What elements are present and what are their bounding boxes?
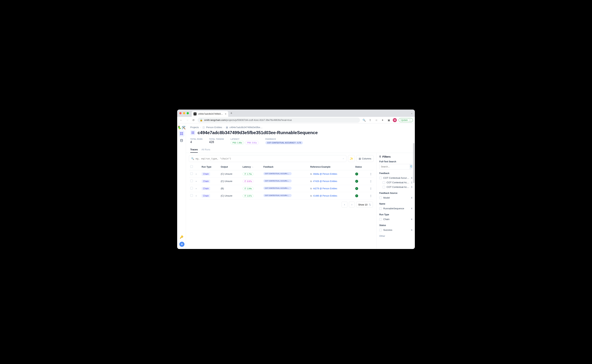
window-close-button[interactable] (179, 112, 182, 114)
col-run-type[interactable]: Run Type (200, 163, 219, 170)
grid-icon: ▦ (226, 126, 228, 129)
row-menu-icon[interactable]: ⋮ (370, 173, 372, 175)
scrollbar[interactable] (413, 143, 415, 248)
filter-item-count: 1 (411, 181, 412, 184)
reference-link[interactable]: ⧉#1486 @ Person Entities (310, 195, 337, 197)
row-menu-icon[interactable]: ⋮ (370, 194, 372, 197)
search-input[interactable] (195, 157, 341, 160)
filter-item[interactable]: COT Contextual Acc…3 (379, 185, 412, 189)
external-link-icon: ⧉ (310, 187, 312, 190)
new-tab-button[interactable]: + (230, 111, 232, 115)
filters-title: ⍢Filters (379, 155, 412, 158)
col-feedback[interactable]: Feedback (262, 163, 309, 170)
filter-item-count: 4 (411, 196, 412, 199)
columns-button[interactable]: ▥ Columns (356, 155, 374, 162)
panel-icon[interactable]: ▣ (387, 118, 391, 122)
reference-link[interactable]: ⧉#d278 @ Person Entities (310, 187, 337, 190)
filter-item[interactable]: COT Contextual Acc…1 (379, 180, 412, 185)
reference-link[interactable]: ⧉#bb8a @ Person Entities (310, 173, 337, 175)
expand-row-icon[interactable]: › (196, 194, 199, 197)
filter-item[interactable]: Chain4 (379, 217, 412, 221)
table-row[interactable]: › Chain (B) ⏱1.84s COT CONTEXTUAL ACCURA… (189, 185, 374, 192)
col-reference[interactable]: Reference Example (309, 163, 354, 170)
filter-search-input[interactable] (379, 164, 410, 169)
filter-item[interactable]: COT Contextual Accuracy4 (379, 176, 412, 180)
expand-row-icon[interactable]: › (196, 180, 199, 182)
tab-all-runs[interactable]: All Runs (202, 147, 210, 153)
col-latency[interactable]: Latency↑↓ (241, 163, 262, 170)
reload-button[interactable]: ⟳ (191, 118, 196, 122)
row-menu-icon[interactable]: ⋮ (370, 187, 372, 190)
columns-icon: ▥ (359, 157, 361, 160)
total-tokens-value: 428 (209, 141, 224, 144)
back-button[interactable]: ← (179, 118, 183, 122)
update-button[interactable]: Update⋮ (399, 118, 413, 122)
window-maximize-button[interactable] (187, 112, 189, 114)
filter-checkbox[interactable] (379, 218, 382, 221)
col-status[interactable]: Status (354, 163, 368, 170)
col-output[interactable]: Output (219, 163, 241, 170)
table-row[interactable]: › Chain (C) Unsure ⏱3.97s COT CONTEXTUAL… (189, 178, 374, 185)
filter-item[interactable]: Model4 (379, 195, 412, 200)
app-logo[interactable]: 🦜🛠️ (177, 126, 186, 130)
page-title: c494e7adc8b347499d3e5fbe351d03ee-Runnabl… (198, 130, 318, 135)
expand-row-icon[interactable]: › (196, 173, 199, 175)
filter-checkbox[interactable] (379, 207, 382, 210)
filter-item-name: RunnableSequence (383, 207, 410, 210)
tab-traces[interactable]: Traces (190, 147, 198, 153)
filter-checkbox[interactable] (383, 186, 385, 188)
bookmark-icon[interactable]: ☆ (374, 118, 379, 122)
row-checkbox[interactable] (190, 187, 193, 189)
filter-checkbox[interactable] (379, 177, 382, 179)
url-text: smith.langchain.com/projects/p/558307d4-… (204, 119, 292, 121)
share-icon[interactable]: ⇪ (368, 118, 372, 122)
clear-icon[interactable]: × (343, 157, 344, 160)
breadcrumb-projects[interactable]: Projects (190, 126, 199, 129)
filter-item[interactable]: Success4 (379, 228, 412, 232)
browser-tab[interactable]: c494e7adc8b347499d3e5fbe × (192, 111, 228, 117)
sidebar-grid-button[interactable] (179, 131, 184, 136)
search-icon[interactable]: 🔍 (362, 118, 366, 122)
expand-row-icon[interactable]: › (196, 187, 199, 190)
chevron-right-icon: › (200, 126, 201, 129)
help-chat-button[interactable]: ❄ (179, 242, 184, 247)
next-page-button[interactable]: › (349, 202, 355, 208)
forward-button[interactable]: → (185, 118, 189, 122)
table-row[interactable]: › Chain (C) Unsure ⏱1.87s COT CONTEXTUAL… (189, 192, 374, 200)
select-all-checkbox[interactable] (190, 165, 193, 168)
window-controls (179, 112, 189, 114)
latency-pill: ⏱3.97s (242, 180, 254, 183)
filter-item[interactable]: RunnableSequence4 (379, 206, 412, 211)
tabs-overflow-icon[interactable]: ⌄ (411, 112, 413, 115)
svg-rect-1 (182, 132, 183, 133)
filter-search-button[interactable]: 🔍 (410, 164, 412, 169)
row-checkbox[interactable] (190, 194, 193, 197)
svg-rect-7 (192, 133, 193, 134)
reference-link[interactable]: ⧉#7426 @ Person Entities (310, 180, 337, 182)
row-menu-icon[interactable]: ⋮ (370, 180, 372, 182)
filter-checkbox[interactable] (379, 229, 382, 231)
table-row[interactable]: › Chain (C) Unsure ⏱1.75s COT CONTEXTUAL… (189, 170, 374, 178)
magic-wand-button[interactable]: ✨ (348, 155, 355, 162)
search-box[interactable]: 🔍 × (189, 155, 346, 162)
sidebar-key-button[interactable]: 🔑 (179, 234, 184, 240)
page-size-select[interactable]: Show 10⇅ (356, 202, 373, 208)
svg-rect-0 (180, 132, 181, 133)
filter-checkbox[interactable] (383, 181, 385, 184)
sidebar-database-button[interactable] (179, 138, 184, 143)
filter-checkbox[interactable] (379, 196, 382, 199)
prev-page-button[interactable]: ‹ (342, 202, 347, 208)
svg-rect-6 (193, 132, 194, 132)
browser-address-bar: ← → ⟳ 🔒 smith.langchain.com/projects/p/5… (177, 117, 415, 124)
url-field[interactable]: 🔒 smith.langchain.com/projects/p/558307d… (198, 117, 360, 123)
svg-rect-5 (192, 132, 193, 132)
row-checkbox[interactable] (190, 180, 193, 182)
tab-close-icon[interactable]: × (225, 112, 226, 115)
breadcrumb-dataset[interactable]: Person Entities (206, 126, 222, 129)
row-checkbox[interactable] (190, 172, 193, 175)
filter-item-name: COT Contextual Accuracy (383, 176, 410, 179)
feedback-pill: COT CONTEXTUAL ACCURACY : 1. (263, 194, 292, 197)
window-minimize-button[interactable] (183, 112, 185, 114)
profile-avatar[interactable]: W (393, 118, 397, 122)
extensions-icon[interactable]: ✦ (380, 118, 385, 122)
